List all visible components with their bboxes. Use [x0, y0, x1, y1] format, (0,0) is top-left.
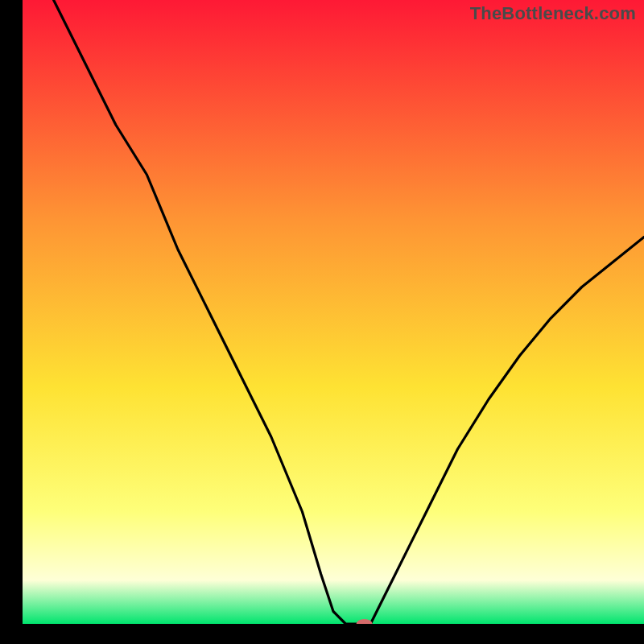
bottleneck-chart [0, 0, 644, 644]
left-border [0, 0, 23, 644]
chart-stage: TheBottleneck.com [0, 0, 644, 644]
watermark-label: TheBottleneck.com [470, 3, 636, 24]
plot-background [23, 0, 644, 624]
bottom-border [0, 624, 644, 644]
